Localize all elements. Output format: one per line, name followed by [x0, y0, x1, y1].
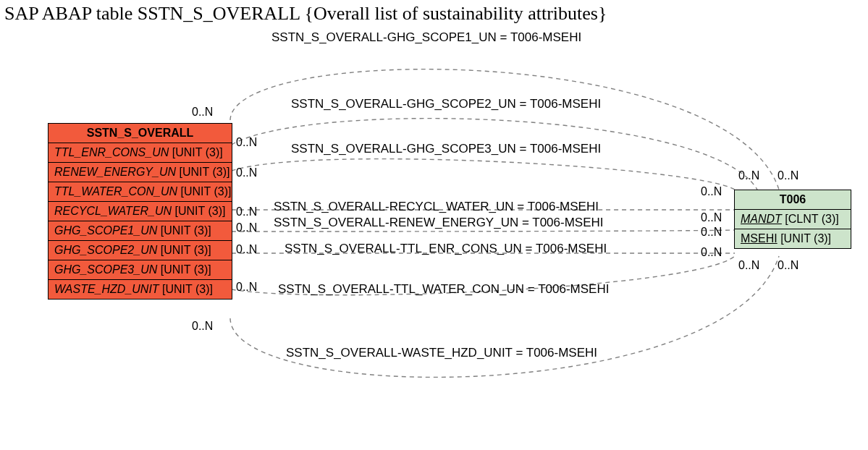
relation-label-0: SSTN_S_OVERALL-GHG_SCOPE1_UN = T006-MSEH…	[271, 30, 581, 45]
relation-label-3: SSTN_S_OVERALL-RECYCL_WATER_UN = T006-MS…	[274, 200, 599, 214]
card-sstn-6: 0..N	[236, 281, 257, 294]
entity-sstn-header: SSTN_S_OVERALL	[49, 124, 232, 143]
card-sstn-3: 0..N	[236, 205, 257, 218]
entity-sstn-row-3: RECYCL_WATER_UN [UNIT (3)]	[49, 202, 232, 221]
entity-sstn-row-1: RENEW_ENERGY_UN [UNIT (3)]	[49, 163, 232, 182]
entity-t006-header: T006	[735, 190, 851, 210]
entity-t006: T006 MANDT [CLNT (3)] MSEHI [UNIT (3)]	[734, 190, 851, 249]
entity-sstn-row-6: GHG_SCOPE3_UN [UNIT (3)]	[49, 260, 232, 280]
card-sstn-1: 0..N	[236, 136, 257, 149]
card-sstn-bot: 0..N	[192, 320, 213, 333]
card-sstn-2: 0..N	[236, 166, 257, 179]
relation-label-1: SSTN_S_OVERALL-GHG_SCOPE2_UN = T006-MSEH…	[291, 97, 601, 111]
entity-sstn-row-5: GHG_SCOPE2_UN [UNIT (3)]	[49, 241, 232, 260]
page-title: SAP ABAP table SSTN_S_OVERALL {Overall l…	[4, 3, 607, 25]
entity-sstn-row-0: TTL_ENR_CONS_UN [UNIT (3)]	[49, 143, 232, 163]
card-t006-top1: 0..N	[738, 169, 759, 182]
card-t006-top2: 0..N	[778, 169, 799, 182]
relation-label-7: SSTN_S_OVERALL-WASTE_HZD_UNIT = T006-MSE…	[286, 346, 597, 360]
card-t006-a: 0..N	[701, 185, 722, 198]
relation-label-2: SSTN_S_OVERALL-GHG_SCOPE3_UN = T006-MSEH…	[291, 142, 601, 156]
entity-sstn-row-7: WASTE_HZD_UNIT [UNIT (3)]	[49, 280, 232, 299]
entity-sstn-s-overall: SSTN_S_OVERALL TTL_ENR_CONS_UN [UNIT (3)…	[48, 123, 232, 300]
card-t006-d: 0..N	[701, 246, 722, 259]
relation-label-6: SSTN_S_OVERALL-TTL_WATER_CON_UN = T006-M…	[278, 282, 609, 297]
relation-label-4: SSTN_S_OVERALL-RENEW_ENERGY_UN = T006-MS…	[274, 216, 604, 230]
card-t006-c: 0..N	[701, 226, 722, 239]
card-t006-bot2: 0..N	[778, 259, 799, 272]
card-sstn-top: 0..N	[192, 106, 213, 119]
card-t006-bot1: 0..N	[738, 259, 759, 272]
relation-label-5: SSTN_S_OVERALL-TTL_ENR_CONS_UN = T006-MS…	[285, 242, 607, 256]
card-sstn-4: 0..N	[236, 221, 257, 234]
entity-sstn-row-4: GHG_SCOPE1_UN [UNIT (3)]	[49, 221, 232, 241]
entity-sstn-row-2: TTL_WATER_CON_UN [UNIT (3)]	[49, 182, 232, 202]
entity-t006-row-0: MANDT [CLNT (3)]	[735, 210, 851, 229]
card-t006-b: 0..N	[701, 211, 722, 224]
entity-t006-row-1: MSEHI [UNIT (3)]	[735, 229, 851, 248]
diagram-canvas: SAP ABAP table SSTN_S_OVERALL {Overall l…	[0, 0, 868, 450]
card-sstn-5: 0..N	[236, 243, 257, 256]
